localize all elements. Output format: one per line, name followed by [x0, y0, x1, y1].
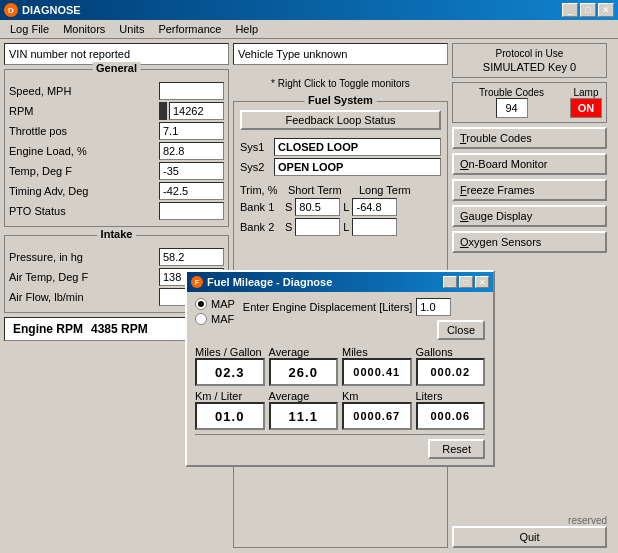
- timing-label: Timing Adv, Deg: [9, 185, 157, 197]
- fuel-dialog-maximize[interactable]: □: [459, 276, 473, 288]
- on-board-monitor-button[interactable]: On-Board Monitor: [452, 153, 607, 175]
- pressure-row: Pressure, in hg 58.2: [9, 248, 224, 266]
- freeze-frames-button[interactable]: Freeze Frames: [452, 179, 607, 201]
- trim-header: Trim, % Short Term Long Term: [240, 184, 441, 196]
- km-liter-values: 01.0 11.1 0000.67 000.06: [195, 402, 485, 430]
- reset-button[interactable]: Reset: [428, 439, 485, 459]
- trim-label: Trim, %: [240, 184, 282, 196]
- feedback-loop-button[interactable]: Feedback Loop Status: [240, 110, 441, 130]
- timing-value: -42.5: [159, 182, 224, 200]
- bank1-s-label: S: [285, 201, 292, 213]
- oxygen-sensors-button[interactable]: Oxygen Sensors: [452, 231, 607, 253]
- fuel-dialog-body: MAP MAF Enter Engine Displacement [Liter…: [187, 292, 493, 465]
- trouble-codes-button[interactable]: TTrouble Codesrouble Codes: [452, 127, 607, 149]
- pressure-value: 58.2: [159, 248, 224, 266]
- map-radio-button[interactable]: [195, 298, 207, 310]
- map-radio-item: MAP: [195, 298, 235, 310]
- trouble-codes-label: Trouble Codes: [479, 87, 544, 98]
- rpm-row: RPM 14262: [9, 102, 224, 120]
- bank1-label: Bank 1: [240, 201, 282, 213]
- short-term-label: Short Term: [288, 184, 353, 196]
- speed-label: Speed, MPH: [9, 85, 157, 97]
- menu-performance[interactable]: Performance: [152, 22, 227, 36]
- menu-log-file[interactable]: Log File: [4, 22, 55, 36]
- temp-row: Temp, Deg F -35: [9, 162, 224, 180]
- minimize-button[interactable]: _: [562, 3, 578, 17]
- miles-gallon-header: Miles / Gallon: [195, 346, 265, 358]
- app-title: DIAGNOSE: [22, 4, 81, 16]
- bank2-s-label: S: [285, 221, 292, 233]
- bank1-row: Bank 1 S 80.5 L -64.8: [240, 198, 441, 216]
- fuel-dialog-title-text: Fuel Mileage - Diagnose: [207, 276, 332, 288]
- displacement-input[interactable]: 1.0: [416, 298, 451, 316]
- km-liter-headers: Km / Liter Average Km Liters: [195, 390, 485, 402]
- km-liter-value: 01.0: [195, 402, 265, 430]
- speed-value: [159, 82, 224, 100]
- maximize-button[interactable]: □: [580, 3, 596, 17]
- displacement-label: Enter Engine Displacement [Liters]: [243, 301, 412, 313]
- menu-help[interactable]: Help: [229, 22, 264, 36]
- pto-value: [159, 202, 224, 220]
- km-liter-section: Km / Liter Average Km Liters 01.0 11.1 0…: [195, 390, 485, 430]
- map-maf-radio-group: MAP MAF: [195, 298, 235, 325]
- close-dialog-button[interactable]: Close: [437, 320, 485, 340]
- vin-text: VIN number not reported: [9, 48, 130, 60]
- dialog-divider: [195, 434, 485, 435]
- app-icon: D: [4, 3, 18, 17]
- pto-label: PTO Status: [9, 205, 157, 217]
- quit-button[interactable]: Quit: [452, 526, 607, 548]
- bank1-s-value: 80.5: [295, 198, 340, 216]
- map-label: MAP: [211, 298, 235, 310]
- km-liter-header: Km / Liter: [195, 390, 265, 402]
- maf-radio-item: MAF: [195, 313, 235, 325]
- throttle-value: 7.1: [159, 122, 224, 140]
- general-title: General: [92, 62, 141, 74]
- general-group: General Speed, MPH RPM 14262 Throttle po…: [4, 69, 229, 227]
- rpm-bar-indicator: [159, 102, 167, 120]
- bank2-s-value: [295, 218, 340, 236]
- miles-gallon-section: Miles / Gallon Average Miles Gallons 02.…: [195, 346, 485, 386]
- fuel-dialog-title-bar: F Fuel Mileage - Diagnose _ □ ✕: [187, 272, 493, 292]
- sys1-row: Sys1 CLOSED LOOP: [240, 138, 441, 156]
- km-header: Km: [342, 390, 412, 402]
- miles-value: 0000.41: [342, 358, 412, 386]
- fuel-mileage-dialog: F Fuel Mileage - Diagnose _ □ ✕ MAP MAF: [185, 270, 495, 467]
- bank2-row: Bank 2 S L: [240, 218, 441, 236]
- liters-value: 000.06: [416, 402, 486, 430]
- reset-row: Reset: [195, 439, 485, 459]
- lamp-value: ON: [570, 98, 602, 118]
- menu-monitors[interactable]: Monitors: [57, 22, 111, 36]
- reserved-text: reserved: [452, 515, 607, 526]
- sys1-label: Sys1: [240, 141, 270, 153]
- speed-row: Speed, MPH: [9, 82, 224, 100]
- vehicle-type-text: Vehicle Type unknown: [238, 48, 347, 60]
- bank2-l-value: [352, 218, 397, 236]
- bank1-l-label: L: [343, 201, 349, 213]
- title-bar: D DIAGNOSE _ □ ✕: [0, 0, 618, 20]
- sys2-row: Sys2 OPEN LOOP: [240, 158, 441, 176]
- protocol-box: Protocol in Use SIMULATED Key 0: [452, 43, 607, 78]
- sys2-label: Sys2: [240, 161, 270, 173]
- pto-row: PTO Status: [9, 202, 224, 220]
- temp-label: Temp, Deg F: [9, 165, 157, 177]
- maf-label: MAF: [211, 313, 234, 325]
- maf-radio-button[interactable]: [195, 313, 207, 325]
- trouble-codes-display: Trouble Codes 94 Lamp ON: [452, 82, 607, 123]
- bank2-label: Bank 2: [240, 221, 282, 233]
- menu-bar: Log File Monitors Units Performance Help: [0, 20, 618, 39]
- fuel-dialog-icon: F: [191, 276, 203, 288]
- fuel-dialog-close[interactable]: ✕: [475, 276, 489, 288]
- bank1-l-value: -64.8: [352, 198, 397, 216]
- close-button[interactable]: ✕: [598, 3, 614, 17]
- menu-units[interactable]: Units: [113, 22, 150, 36]
- protocol-value: SIMULATED Key 0: [457, 61, 602, 73]
- sys1-value: CLOSED LOOP: [274, 138, 441, 156]
- miles-gallon-values: 02.3 26.0 0000.41 000.02: [195, 358, 485, 386]
- gauge-display-button[interactable]: Gauge Display: [452, 205, 607, 227]
- fuel-system-title: Fuel System: [304, 94, 377, 106]
- miles-header: Miles: [342, 346, 412, 358]
- temp-value: -35: [159, 162, 224, 180]
- lamp-label: Lamp: [573, 87, 598, 98]
- fuel-dialog-minimize[interactable]: _: [443, 276, 457, 288]
- long-term-label: Long Term: [359, 184, 411, 196]
